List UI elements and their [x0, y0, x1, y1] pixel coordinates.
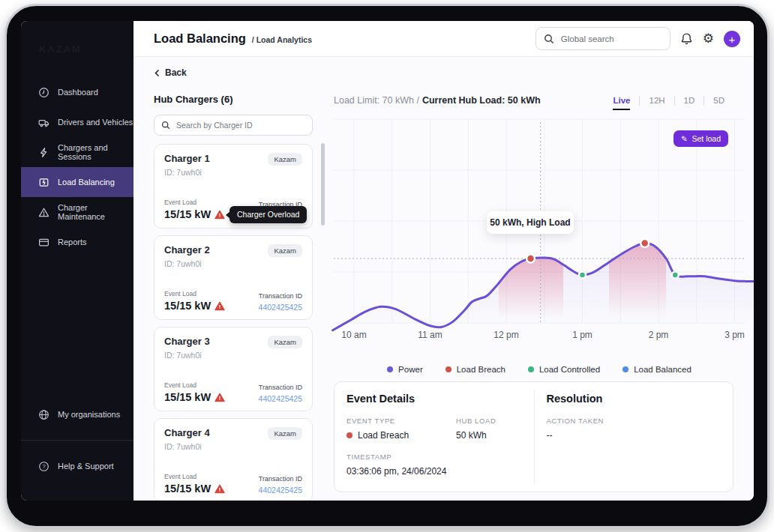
chevron-left-icon [154, 69, 160, 77]
resolution-title: Resolution [547, 393, 722, 405]
event-type-label: EVENT TYPE [346, 417, 456, 425]
event-load-label: Event Load [164, 381, 225, 389]
svg-text:12 pm: 12 pm [494, 330, 518, 340]
load-balancing-icon [38, 177, 50, 188]
tab-1d[interactable]: 1D [675, 96, 704, 105]
sidebar-item-label: Reports [58, 238, 87, 247]
sidebar-item-help-support[interactable]: ? Help & Support [21, 451, 134, 481]
charger-card[interactable]: Charger 2 Kazam ID: 7uwh0i Event Load 15… [154, 235, 313, 320]
event-details-container: Event Details EVENT TYPE Load Breach HUB… [334, 381, 734, 492]
bolt-icon [38, 147, 50, 158]
sidebar-item-chargers-sessions[interactable]: Chargers and Sessions [21, 137, 134, 167]
legend-item-power: Power [387, 365, 423, 374]
content: Back Hub Chargers (6) Charger 1 [134, 57, 754, 501]
svg-text:!: ! [219, 212, 221, 219]
transaction-id-value[interactable]: 4402425425 [259, 394, 302, 403]
app-screen: KAZAM Dashboard Drivers and Vehicles Cha… [21, 21, 754, 501]
sidebar-item-my-organisations[interactable]: My organisations [21, 399, 134, 429]
sidebar-item-label: My organisations [58, 410, 120, 419]
charger-search-input[interactable] [175, 120, 290, 130]
chart-tooltip: 50 kWh, High Load [487, 211, 574, 234]
main-area: Load Balancing / Load Analytics ⚙ + [134, 21, 754, 501]
svg-text:1 pm: 1 pm [572, 330, 592, 340]
svg-text:3 pm: 3 pm [724, 330, 745, 340]
event-type-value: Load Breach [358, 430, 409, 441]
legend-dot [446, 366, 452, 372]
page-title: Load Balancing [154, 31, 246, 46]
tab-live[interactable]: Live [604, 96, 639, 105]
sidebar-item-load-balancing[interactable]: Load Balancing [21, 167, 134, 197]
set-load-button[interactable]: ✎ Set load [674, 130, 728, 147]
overload-warning-icon[interactable]: ! [214, 484, 225, 494]
transaction-id-label: Transaction ID [259, 292, 302, 300]
svg-text:?: ? [42, 463, 45, 470]
overload-warning-icon[interactable]: ! [214, 393, 225, 402]
event-details-section: Event Details EVENT TYPE Load Breach HUB… [334, 382, 534, 492]
svg-text:!: ! [219, 303, 221, 310]
add-button[interactable]: + [724, 31, 740, 47]
settings-button[interactable]: ⚙ [703, 32, 714, 45]
breadcrumb: / Load Analytics [252, 35, 312, 44]
plus-icon: + [729, 33, 736, 46]
sidebar-item-charger-maintenance[interactable]: Charger Maintenance [21, 197, 134, 227]
overload-warning-icon[interactable]: ! [214, 210, 225, 220]
global-search[interactable] [536, 27, 670, 50]
charger-list-scrollbar[interactable] [321, 143, 325, 226]
load-analytics-panel: Load Limit: 70 kWh / Current Hub Load: 5… [334, 94, 745, 492]
transaction-id-label: Transaction ID [259, 475, 302, 483]
pencil-icon: ✎ [681, 134, 688, 143]
svg-text:!: ! [219, 395, 221, 402]
overload-warning-icon[interactable]: ! [214, 301, 225, 311]
bell-icon [680, 32, 693, 45]
vendor-badge: Kazam [268, 153, 302, 166]
charger-card[interactable]: Charger 4 Kazam ID: 7uwh0i Event Load 15… [154, 418, 313, 501]
vendor-badge: Kazam [268, 427, 302, 440]
charger-card[interactable]: Charger 3 Kazam ID: 7uwh0i Event Load 15… [154, 327, 313, 411]
vendor-badge: Kazam [268, 244, 302, 257]
transaction-id-value[interactable]: 4402425425 [259, 486, 302, 495]
charger-name: Charger 4 [164, 427, 210, 438]
action-taken-value: -- [547, 430, 722, 441]
globe-icon [38, 409, 50, 420]
sidebar-item-drivers-vehicles[interactable]: Drivers and Vehicles [21, 107, 134, 137]
resolution-section: Resolution ACTION TAKEN -- [535, 382, 734, 492]
vendor-badge: Kazam [268, 336, 302, 348]
event-load-value: 15/15 kW [164, 300, 211, 312]
topbar: Load Balancing / Load Analytics ⚙ + [134, 21, 754, 57]
transaction-id-value[interactable]: 4402425425 [259, 303, 302, 312]
dashboard-icon [38, 87, 50, 98]
charger-id: ID: 7uwh0i [164, 351, 302, 360]
hub-load-value: 50 kWh [456, 430, 496, 441]
event-load-value: 15/15 kW [164, 483, 211, 495]
chart-legend: Power Load Breach Load Controlled Load B… [334, 364, 745, 375]
load-chart[interactable]: 10 am11 am12 pm1 pm2 pm3 pm ✎ Set load 5… [334, 119, 745, 344]
svg-text:11 am: 11 am [418, 330, 442, 340]
page: KAZAM Dashboard Drivers and Vehicles Cha… [0, 0, 774, 532]
charger-name: Charger 3 [164, 336, 210, 347]
sidebar-item-label: Charger Maintenance [58, 203, 134, 221]
event-load-value: 15/15 kW [164, 208, 211, 220]
timestamp-value: 03:36:06 pm, 24/06/2024 [346, 466, 522, 477]
load-limit-label: Load Limit: 70 kWh / [334, 95, 419, 106]
hub-chargers-panel: Hub Chargers (6) Charger 1 Kazam ID: 7uw… [154, 94, 313, 501]
sidebar: KAZAM Dashboard Drivers and Vehicles Cha… [21, 21, 134, 501]
legend-dot [622, 366, 628, 372]
tab-5d[interactable]: 5D [704, 96, 734, 105]
sidebar-item-dashboard[interactable]: Dashboard [21, 77, 134, 107]
sidebar-item-label: Chargers and Sessions [58, 143, 134, 161]
help-icon: ? [38, 461, 50, 472]
svg-text:!: ! [219, 486, 221, 493]
sidebar-item-reports[interactable]: Reports [21, 227, 134, 257]
warning-triangle-icon [38, 207, 50, 218]
global-search-input[interactable] [560, 34, 645, 44]
charger-search[interactable] [154, 115, 313, 136]
action-taken-label: ACTION TAKEN [547, 417, 722, 425]
timestamp-label: TIMESTAMP [346, 453, 522, 461]
charger-name: Charger 1 [164, 153, 210, 164]
back-link[interactable]: Back [154, 67, 745, 79]
notifications-button[interactable] [680, 32, 693, 45]
sidebar-logo: KAZAM [21, 21, 134, 77]
hub-chargers-title: Hub Chargers (6) [154, 94, 313, 105]
event-load-label: Event Load [164, 199, 225, 206]
tab-12h[interactable]: 12H [640, 96, 674, 105]
